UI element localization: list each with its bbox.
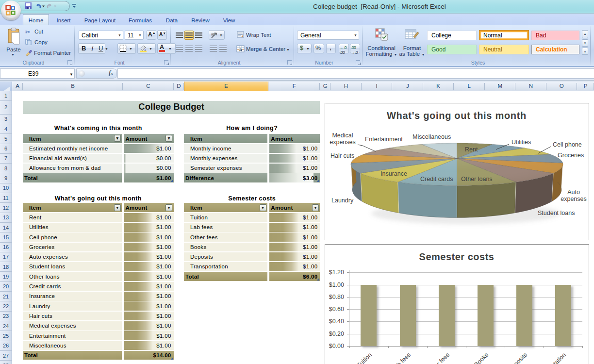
svg-text:ab: ab [211,32,215,36]
